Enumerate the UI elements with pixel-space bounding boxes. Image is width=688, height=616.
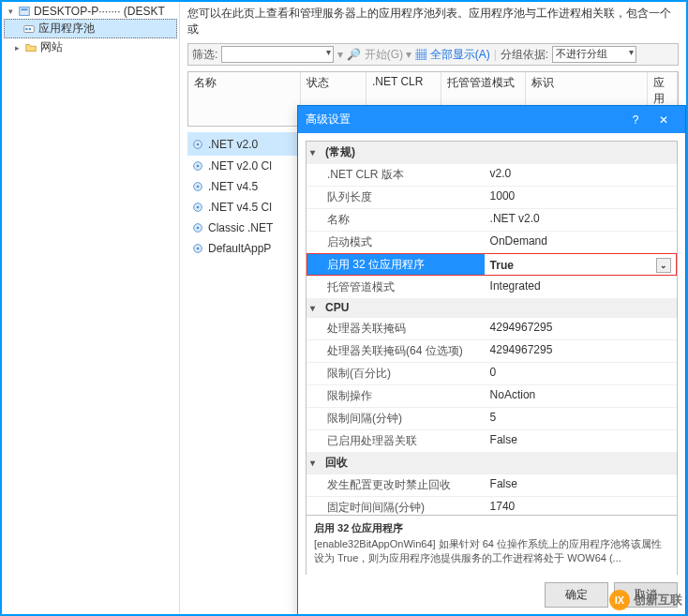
app-pool-icon xyxy=(191,242,204,255)
folder-icon xyxy=(24,41,37,54)
property-name: 名称 xyxy=(307,209,485,231)
dialog-title: 高级设置 xyxy=(306,112,621,128)
property-category[interactable]: ▾回收 xyxy=(307,452,677,473)
property-row[interactable]: 限制(百分比)0 xyxy=(307,362,677,384)
property-name: 处理器关联掩码(64 位选项) xyxy=(307,340,485,362)
property-value[interactable]: 4294967295 xyxy=(485,318,677,339)
dialog-titlebar[interactable]: 高级设置 ? ✕ xyxy=(298,106,685,133)
svg-point-3 xyxy=(25,27,28,30)
property-value[interactable]: OnDemand xyxy=(485,232,677,253)
col-name[interactable]: 名称 xyxy=(188,72,301,126)
property-row[interactable]: 启动模式OnDemand xyxy=(307,231,677,253)
property-name: 限制(百分比) xyxy=(307,363,485,384)
property-name: 托管管道模式 xyxy=(307,277,485,298)
svg-point-8 xyxy=(197,165,200,168)
property-row[interactable]: 发生配置更改时禁止回收False xyxy=(307,473,677,496)
app-pool-icon xyxy=(191,180,204,193)
advanced-settings-dialog: 高级设置 ? ✕ ▾(常规).NET CLR 版本v2.0队列长度1000名称.… xyxy=(297,105,686,616)
app-pool-icon xyxy=(191,201,204,214)
property-row[interactable]: 限制操作NoAction xyxy=(307,384,677,407)
start-button[interactable]: 🔎 开始(G) ▾ xyxy=(347,47,411,63)
property-name: 限制操作 xyxy=(307,385,485,407)
property-value[interactable]: v2.0 xyxy=(485,164,677,186)
property-row[interactable]: 队列长度1000 xyxy=(307,186,677,208)
filter-toolbar: 筛选: ▾ 🔎 开始(G) ▾ ▦ 全部显示(A) | 分组依据: 不进行分组 xyxy=(187,43,679,66)
dropdown-button[interactable]: ⌄ xyxy=(656,258,671,273)
expand-toggle[interactable]: ▸ xyxy=(12,43,22,53)
property-name: 已启用处理器关联 xyxy=(307,430,485,452)
property-name: 处理器关联掩码 xyxy=(307,318,485,339)
filter-label: 筛选: xyxy=(192,47,217,63)
property-row[interactable]: .NET CLR 版本v2.0 xyxy=(307,163,677,186)
cancel-button[interactable]: 取消 xyxy=(614,582,678,608)
property-row[interactable]: 处理器关联掩码(64 位选项)4294967295 xyxy=(307,339,677,362)
property-row[interactable]: 固定时间间隔(分钟)1740 xyxy=(307,496,677,516)
property-value[interactable]: True⌄ xyxy=(485,254,677,276)
property-name: 发生配置更改时禁止回收 xyxy=(307,474,485,496)
app-pool-icon xyxy=(191,221,204,234)
show-all-button[interactable]: ▦ 全部显示(A) xyxy=(415,47,489,63)
svg-point-16 xyxy=(197,248,200,250)
app-pool-icon xyxy=(22,23,36,36)
property-value[interactable]: Integrated xyxy=(485,277,677,298)
tree-node-app-pools[interactable]: 应用程序池 xyxy=(4,19,177,38)
property-row[interactable]: 限制间隔(分钟)5 xyxy=(307,407,677,429)
tree-node-label: 应用程序池 xyxy=(38,21,95,37)
svg-point-4 xyxy=(29,27,32,30)
help-body: [enable32BitAppOnWin64] 如果针对 64 位操作系统上的应… xyxy=(314,537,669,565)
property-name: 限制间隔(分钟) xyxy=(307,408,485,429)
property-row[interactable]: 名称.NET v2.0 xyxy=(307,208,677,231)
property-value[interactable]: 1740 xyxy=(485,497,677,516)
help-button[interactable]: ? xyxy=(621,113,650,127)
property-value[interactable]: 4294967295 xyxy=(485,340,677,362)
property-help-panel: 启用 32 位应用程序 [enable32BitAppOnWin64] 如果针对… xyxy=(306,516,678,575)
svg-point-12 xyxy=(197,206,200,209)
tree-node-sites[interactable]: ▸ 网站 xyxy=(4,38,177,56)
help-title: 启用 32 位应用程序 xyxy=(314,521,669,535)
property-grid[interactable]: ▾(常规).NET CLR 版本v2.0队列长度1000名称.NET v2.0启… xyxy=(306,141,678,516)
property-value[interactable]: False xyxy=(485,430,677,452)
chevron-down-icon[interactable]: ▾ xyxy=(310,147,322,158)
property-name: 启动模式 xyxy=(307,232,485,253)
dialog-buttons: 确定 取消 xyxy=(298,575,685,615)
property-value[interactable]: 0 xyxy=(485,363,677,384)
property-name: .NET CLR 版本 xyxy=(307,164,485,186)
property-row[interactable]: 启用 32 位应用程序True⌄ xyxy=(307,253,677,276)
chevron-down-icon[interactable]: ▾ xyxy=(310,303,322,313)
property-name: 固定时间间隔(分钟) xyxy=(307,497,485,516)
property-name: 队列长度 xyxy=(307,187,485,208)
server-icon xyxy=(18,5,31,18)
svg-point-10 xyxy=(197,186,200,188)
tree-node-label: DESKTOP-P······· (DESKT xyxy=(34,5,165,18)
svg-rect-0 xyxy=(20,8,30,16)
filter-input[interactable] xyxy=(221,46,334,63)
app-pool-icon xyxy=(191,138,204,151)
property-row[interactable]: 处理器关联掩码4294967295 xyxy=(307,317,677,339)
tree-node-label: 网站 xyxy=(40,39,63,55)
tree-node-server[interactable]: ▾ DESKTOP-P······· (DESKT xyxy=(4,4,177,19)
property-value[interactable]: NoAction xyxy=(485,385,677,407)
property-name: 启用 32 位应用程序 xyxy=(307,254,485,276)
svg-point-6 xyxy=(197,143,200,145)
property-category[interactable]: ▾(常规) xyxy=(307,142,677,163)
close-button[interactable]: ✕ xyxy=(650,113,678,127)
group-by-select[interactable]: 不进行分组 xyxy=(552,46,636,63)
property-row[interactable]: 已启用处理器关联False xyxy=(307,429,677,452)
property-row[interactable]: 托管管道模式Integrated xyxy=(307,276,677,298)
app-pool-icon xyxy=(191,159,204,173)
chevron-down-icon[interactable]: ▾ xyxy=(310,458,322,468)
ok-button[interactable]: 确定 xyxy=(545,582,608,608)
property-value[interactable]: 1000 xyxy=(485,187,677,208)
svg-rect-1 xyxy=(22,8,28,10)
property-value[interactable]: 5 xyxy=(485,408,677,429)
expand-toggle[interactable]: ▾ xyxy=(6,7,15,16)
page-description: 您可以在此页上查看和管理服务器上的应用程序池列表。应用程序池与工作进程相关联，包… xyxy=(187,6,679,38)
svg-point-14 xyxy=(197,227,200,230)
property-value[interactable]: .NET v2.0 xyxy=(485,209,677,231)
property-category[interactable]: ▾CPU xyxy=(307,298,677,317)
group-by-label: 分组依据: xyxy=(501,47,548,63)
property-value[interactable]: False xyxy=(485,474,677,496)
connections-tree[interactable]: ▾ DESKTOP-P······· (DESKT 应用程序池 ▸ 网站 xyxy=(2,2,180,614)
